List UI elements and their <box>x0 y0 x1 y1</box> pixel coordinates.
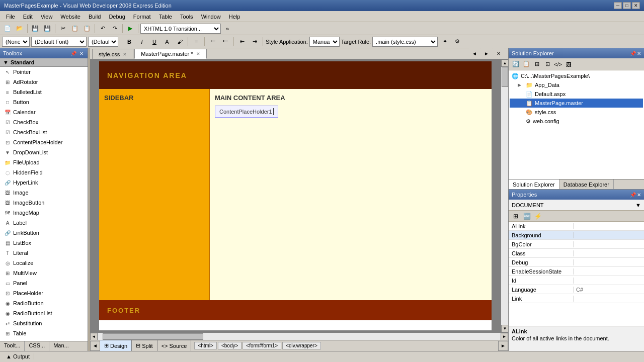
toolbox-item-adrotator[interactable]: ⊞ AdRotator <box>0 77 88 87</box>
open-button[interactable]: 📂 <box>14 23 25 34</box>
toolbox-item-multiview[interactable]: ⊞ MultiView <box>0 268 88 278</box>
toolbox-item-label[interactable]: A Label <box>0 218 88 228</box>
toolbox-item-bulletedlist[interactable]: ≡ BulletedList <box>0 87 88 97</box>
manage-tab[interactable]: Man... <box>49 341 73 351</box>
prop-pin-button[interactable]: 📌 <box>630 192 636 198</box>
toolbox-item-placeholder[interactable]: ⊡ PlaceHolder <box>0 288 88 298</box>
toolbox-item-radiobutton[interactable]: ◉ RadioButton <box>0 298 88 308</box>
toolbox-item-hiddenfield[interactable]: ◌ HiddenField <box>0 167 88 177</box>
toolbox-item-imagemap[interactable]: 🗺 ImageMap <box>0 208 88 218</box>
menu-view[interactable]: View <box>37 11 57 22</box>
properties-doc-select[interactable]: DOCUMENT ▼ <box>509 200 644 211</box>
source-view-button[interactable]: <> Source <box>157 340 192 351</box>
breadcrumb-html[interactable]: <html> <box>194 342 217 349</box>
toolbox-item-localize[interactable]: ◎ Localize <box>0 258 88 268</box>
menu-build[interactable]: Build <box>85 11 105 22</box>
prop-events-button[interactable]: ⚡ <box>533 211 543 221</box>
cut-button[interactable]: ✂ <box>57 23 68 34</box>
outdent-button[interactable]: ⇤ <box>236 36 248 47</box>
indent-button[interactable]: ⇥ <box>249 36 260 47</box>
redo-button[interactable]: ↷ <box>109 23 120 34</box>
numbered-button[interactable]: ≔ <box>220 36 231 47</box>
save-button[interactable]: 💾 <box>30 23 41 34</box>
menu-help[interactable]: Help <box>225 11 245 22</box>
prop-row-background[interactable]: Background <box>509 231 644 240</box>
tab-close-all[interactable]: ✕ <box>493 48 504 59</box>
prop-row-bgcolor[interactable]: BgColor <box>509 240 644 249</box>
prop-close-button[interactable]: ✕ <box>637 192 641 198</box>
toolbox-item-linkbutton[interactable]: 🔗 LinkButton <box>0 228 88 238</box>
bullets-button[interactable]: ≔ <box>207 36 218 47</box>
toolbox-item-calendar[interactable]: 📅 Calendar <box>0 107 88 117</box>
prop-row-id[interactable]: Id <box>509 276 644 285</box>
prop-row-link[interactable]: Link <box>509 294 644 303</box>
prop-row-language[interactable]: Language C# <box>509 285 644 294</box>
italic-button[interactable]: I <box>136 36 147 47</box>
copy-button[interactable]: 📋 <box>69 23 80 34</box>
target-rule-select[interactable]: .main (style.css) <box>372 37 438 47</box>
split-view-button[interactable]: ⊟ Split <box>132 340 157 351</box>
prop-categorize-button[interactable]: ⊞ <box>511 211 521 221</box>
minimize-button[interactable]: ─ <box>614 2 622 9</box>
toolbox-item-table[interactable]: ⊞ Table <box>0 328 88 338</box>
toolbox-close-button[interactable]: ✕ <box>78 51 85 56</box>
breadcrumb-body[interactable]: <body> <box>218 342 242 349</box>
scroll-up-button[interactable]: ▲ <box>501 59 508 67</box>
menu-edit[interactable]: Edit <box>19 11 37 22</box>
sol-pin-button[interactable]: 📌 <box>630 51 636 56</box>
hscroll-right-button[interactable]: ► <box>501 333 508 340</box>
hscroll-left-button[interactable]: ◄ <box>90 333 98 340</box>
bold-button[interactable]: B <box>124 36 135 47</box>
menu-format[interactable]: Format <box>129 11 155 22</box>
toolbox-item-literal[interactable]: T Literal <box>0 248 88 258</box>
sol-copy-website-button[interactable]: ⊞ <box>532 59 542 69</box>
sol-webconfig-item[interactable]: ⚙ web.config <box>510 117 643 126</box>
menu-file[interactable]: File <box>2 11 19 22</box>
menu-tools[interactable]: Tools <box>176 11 197 22</box>
hscroll-thumb[interactable] <box>103 333 203 340</box>
content-placeholder[interactable]: ContentPlaceHolder1 <box>215 106 278 118</box>
sol-view-code-button[interactable]: </> <box>553 59 563 69</box>
font-select[interactable]: (Default Font) <box>31 37 87 47</box>
menu-website[interactable]: Website <box>56 11 85 22</box>
tab-scroll-left[interactable]: ◄ <box>469 48 480 59</box>
prop-alphabetical-button[interactable]: 🔤 <box>522 211 532 221</box>
sol-masterpage-item[interactable]: 📋 MasterPage.master <box>510 99 643 108</box>
design-view-button[interactable]: ⊞ Design <box>100 340 132 351</box>
close-button[interactable]: ✕ <box>632 2 640 9</box>
toolbox-item-checkbox[interactable]: ☑ CheckBox <box>0 117 88 127</box>
sol-designer-button[interactable]: 🖼 <box>564 59 574 69</box>
toolbox-item-fileupload[interactable]: 📁 FileUpload <box>0 157 88 167</box>
style-select[interactable]: (None) <box>2 37 30 47</box>
hscroll-track[interactable] <box>98 333 501 340</box>
undo-button[interactable]: ↶ <box>97 23 108 34</box>
save-all-button[interactable]: 💾 <box>42 23 53 34</box>
sol-appdata-item[interactable]: ▶ 📁 App_Data <box>510 80 643 89</box>
tab-close-icon[interactable]: ✕ <box>123 52 127 57</box>
toolbox-category[interactable]: ▼ Standard <box>0 58 88 67</box>
sol-root-item[interactable]: 🌐 C:\...\MasterPagesExample\ <box>510 71 643 80</box>
sol-refresh-button[interactable]: 🔄 <box>511 59 521 69</box>
canvas-horizontal-scrollbar[interactable]: ◄ ► <box>90 332 508 340</box>
prop-row-class[interactable]: Class <box>509 249 644 258</box>
scroll-thumb[interactable] <box>502 67 508 87</box>
new-project-button[interactable]: 📄 <box>2 23 13 34</box>
prop-row-debug[interactable]: Debug <box>509 258 644 267</box>
style-app-select[interactable]: Manual <box>309 37 340 47</box>
toolbox-item-pointer[interactable]: ↖ Pointer <box>0 67 88 77</box>
nav-left-button[interactable]: ◄ <box>90 341 100 351</box>
scroll-track[interactable] <box>501 67 508 325</box>
toolbox-item-imagebutton[interactable]: 🖼 ImageButton <box>0 198 88 208</box>
new-style-button[interactable]: ✦ <box>439 36 450 47</box>
font-color-button[interactable]: A <box>162 36 173 47</box>
tab-style-css[interactable]: style.css ✕ <box>92 49 133 59</box>
maximize-button[interactable]: □ <box>623 2 631 9</box>
toolbox-item-dropdownlist[interactable]: ▼ DropDownList <box>0 147 88 157</box>
highlight-button[interactable]: 🖌 <box>174 36 185 47</box>
toolbox-item-contentplaceholder[interactable]: ⊡ ContentPlaceHolder <box>0 137 88 147</box>
paste-button[interactable]: 📋 <box>82 23 93 34</box>
menu-table[interactable]: Table <box>155 11 176 22</box>
prop-row-alink[interactable]: ALink <box>509 222 644 231</box>
tab-close-icon[interactable]: ✕ <box>196 51 200 56</box>
toolbox-item-listbox[interactable]: ▤ ListBox <box>0 238 88 248</box>
